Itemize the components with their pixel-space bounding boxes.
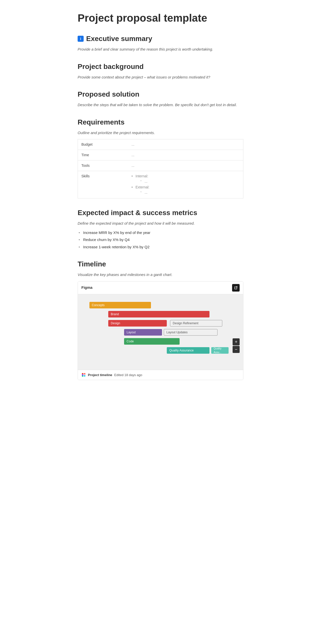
gantt-bar-concepts: Concepts [89,302,151,308]
gantt-bar-layout: Layout [124,329,162,336]
gantt-bar-brand: Brand [108,311,209,317]
list-item: Increase MRR by X% by end of the year [79,230,243,236]
expected-impact-section: Expected impact & success metrics Define… [78,208,243,250]
page-title: Project proposal template [78,10,243,26]
impact-list: Increase MRR by X% by end of the year Re… [78,230,243,250]
figma-header: Figma [78,281,243,294]
table-row: Time ... [78,150,243,160]
expected-impact-subtext: Define the expected impact of the projec… [78,221,243,226]
figma-content: Concepts Brand Design Design Refinement … [78,294,243,370]
project-background-section: Project background Provide some context … [78,61,243,80]
external-label: External: [136,185,149,189]
list-item: Reduce churn by X% by Q4 [79,237,243,243]
gantt-label: Code [127,339,134,344]
requirements-heading: Requirements [78,117,243,128]
proposed-solution-subtext: Describe the steps that will be taken to… [78,102,243,108]
figma-filename: Project timeline [88,373,112,378]
gantt-bar-quality-assurance: Quality Assurance [167,347,209,354]
gantt-bar-design-refinement: Design Refinement [170,320,222,327]
zoom-controls: + − [233,338,240,353]
gantt-bar-design: Design [108,320,167,327]
timeline-section: Timeline Visualize the key phases and mi… [78,259,243,380]
figma-embed: Figma Concepts Brand [78,281,243,380]
project-background-heading: Project background [78,61,243,72]
table-row: Tools ... [78,160,243,171]
gantt-chart: Concepts Brand Design Design Refinement … [81,299,240,365]
table-cell-value: ... [128,139,243,150]
svg-rect-4 [82,374,83,376]
table-cell-label: Tools [78,160,128,171]
gantt-label: Design Refinement [173,321,198,326]
figma-edited: Edited 18 days ago [114,373,142,378]
executive-summary-section: i Executive summary Provide a brief and … [78,33,243,52]
table-cell-value: ... [128,160,243,171]
list-item: External: ... [132,185,240,195]
table-cell-skills-label: Skills [78,171,128,198]
table-cell-label: Budget [78,139,128,150]
requirements-table: Budget ... Time ... Tools ... Skills Int… [78,139,243,198]
requirements-subtext: Outline and prioritize the project requi… [78,130,243,136]
figma-expand-button[interactable] [232,284,240,292]
gantt-label: Quality Assurance [169,348,194,353]
table-cell-skills-value: Internal: ... External: ... [128,171,243,198]
gantt-label: Design [111,321,120,326]
list-item: Internal: ... [132,174,240,184]
figma-footer: Project timeline Edited 18 days ago [78,370,243,380]
table-cell-value: ... [128,150,243,160]
timeline-subtext: Visualize the key phases and milestones … [78,272,243,278]
figma-footer-icon [81,373,86,377]
gantt-label: Brand [111,312,119,316]
list-item: ... [141,179,240,184]
proposed-solution-heading: Proposed solution [78,89,243,100]
executive-summary-subtext: Provide a brief and clear summary of the… [78,47,243,52]
table-cell-label: Time [78,150,128,160]
zoom-in-button[interactable]: + [233,338,240,345]
zoom-out-button[interactable]: − [233,346,240,353]
svg-point-3 [84,375,85,377]
svg-rect-1 [84,373,85,375]
info-icon: i [78,36,84,42]
requirements-section: Requirements Outline and prioritize the … [78,117,243,199]
proposed-solution-section: Proposed solution Describe the steps tha… [78,89,243,108]
table-row-skills: Skills Internal: ... External: ... [78,171,243,198]
gantt-bar-layout-updates: Layout Updates [164,329,218,336]
gantt-label: Layout Updates [167,330,188,335]
internal-label: Internal: [136,174,148,178]
gantt-label: Concepts [92,303,105,307]
executive-summary-heading: i Executive summary [78,33,243,44]
list-item: Increase 1-week retention by X% by Q2 [79,244,243,250]
gantt-label: Layout [127,330,136,335]
expected-impact-heading: Expected impact & success metrics [78,208,243,218]
project-background-subtext: Provide some context about the project –… [78,74,243,80]
gantt-bar-quality-assurance-2: Quality Assu... [211,347,229,354]
figma-app-label: Figma [81,285,92,291]
gantt-bar-code: Code [124,338,180,345]
timeline-heading: Timeline [78,259,243,269]
table-row: Budget ... [78,139,243,150]
gantt-label: Quality Assu... [214,347,229,354]
list-item: ... [141,190,240,195]
